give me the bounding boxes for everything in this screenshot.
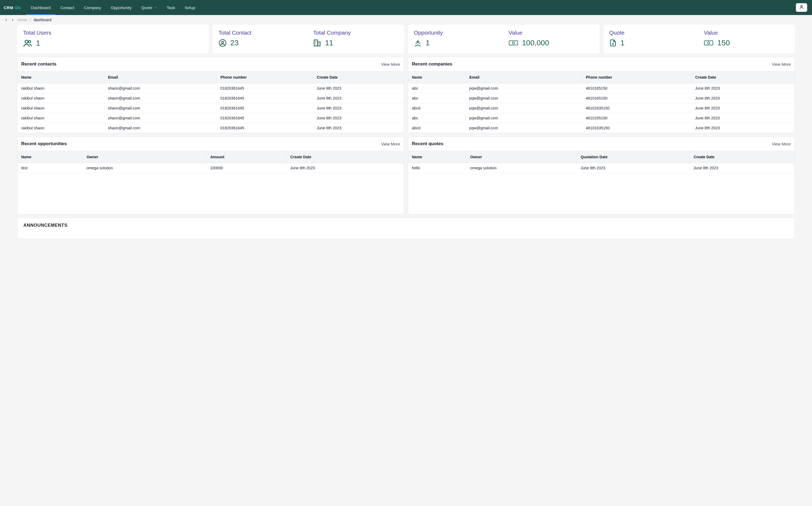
- cell-date: June 8th 2023: [691, 103, 795, 113]
- kpi-users-value: 1: [36, 39, 40, 48]
- cell-name: abc: [408, 83, 466, 93]
- svg-point-1: [25, 40, 28, 43]
- cell-phone: 01820361645: [217, 113, 313, 123]
- svg-point-2: [28, 40, 31, 43]
- kpi-company-label: Total Company: [313, 29, 398, 36]
- document-icon: [609, 39, 617, 47]
- col-email: Email: [466, 71, 582, 83]
- cell-name: rakibul shaon: [17, 93, 104, 103]
- recent-companies-card: Recent companies View More Name Email Ph…: [408, 57, 795, 133]
- kpi-opportunity-value: Opportunity 1 Value 100,000: [408, 25, 600, 54]
- cell-email: shaon@gmail.com: [104, 123, 217, 133]
- breadcrumb-current: dashboard: [33, 18, 51, 22]
- brand[interactable]: CRM OS: [4, 5, 21, 10]
- breadcrumb: Home / dashboard: [0, 15, 812, 25]
- nav-label: Dashboard: [31, 5, 51, 10]
- nav: Dashboard Contact Company Opportunity Qu…: [26, 0, 200, 15]
- table-row[interactable]: helloomega solutionJune 8th 2023June 8th…: [408, 163, 795, 173]
- cell-date: June 8th 2023: [691, 83, 795, 93]
- nav-dashboard[interactable]: Dashboard: [26, 0, 55, 15]
- kpi-users-label: Total Users: [23, 29, 203, 36]
- table-row[interactable]: abcpqw@gmail.com4810165150June 8th 2023: [408, 83, 795, 93]
- back-icon[interactable]: [4, 18, 8, 22]
- col-date: Create Date: [690, 151, 795, 163]
- cell-name: hello: [408, 163, 466, 173]
- recent-companies-title: Recent companies: [412, 62, 452, 67]
- cell-name: test: [17, 163, 83, 173]
- brand-os: OS: [15, 5, 21, 10]
- money-icon: [704, 40, 714, 46]
- table-row[interactable]: testomega solution100000June 8th 2023: [17, 163, 404, 173]
- table-row[interactable]: abcpqw@gmail.com4810165150June 8th 2023: [408, 93, 795, 103]
- nav-company[interactable]: Company: [79, 0, 106, 15]
- quotes-table: Name Owner Quotation Date Create Date he…: [408, 151, 795, 173]
- cell-phone: 01820361645: [217, 103, 313, 113]
- cell-name: abcd: [408, 103, 466, 113]
- svg-point-0: [801, 5, 802, 7]
- brand-crm: CRM: [4, 5, 13, 10]
- announcements-title: ANNOUNCEMENTS: [23, 223, 789, 228]
- user-menu-button[interactable]: [796, 3, 807, 12]
- breadcrumb-home[interactable]: Home: [17, 18, 27, 22]
- cell-date: June 8th 2023: [313, 123, 404, 133]
- table-row[interactable]: abcpqw@gmail.com4810165150June 8th 2023: [408, 113, 795, 123]
- nav-opportunity[interactable]: Opportunity: [106, 0, 137, 15]
- cell-name: rakibul shaon: [17, 103, 104, 113]
- cell-date: June 8th 2023: [690, 163, 795, 173]
- col-owner: Owner: [466, 151, 577, 163]
- table-row[interactable]: abcdpqw@gmail.com48101635150June 8th 202…: [408, 103, 795, 113]
- cell-email: pqw@gmail.com: [466, 83, 582, 93]
- companies-viewmore[interactable]: View More: [772, 62, 791, 67]
- cell-date: June 8th 2023: [691, 113, 795, 123]
- quotes-viewmore[interactable]: View More: [772, 142, 791, 146]
- companies-table: Name Email Phone number Create Date abcp…: [408, 71, 795, 133]
- cell-name: abcd: [408, 123, 466, 133]
- table-row[interactable]: rakibul shaonshaon@gmail.com01820361645J…: [17, 103, 404, 113]
- svg-rect-16: [704, 41, 713, 45]
- cell-name: abc: [408, 93, 466, 103]
- col-name: Name: [17, 71, 104, 83]
- kpi-company-value: 11: [325, 38, 333, 47]
- cell-amount: 100000: [206, 163, 286, 173]
- kpi-row: Total Users 1 Total Contact 23: [17, 25, 795, 54]
- cell-email: pqw@gmail.com: [466, 113, 582, 123]
- nav-task[interactable]: Task: [162, 0, 180, 15]
- table-row[interactable]: rakibul shaonshaon@gmail.com01820361645J…: [17, 123, 404, 133]
- nav-contact[interactable]: Contact: [56, 0, 79, 15]
- nav-label: Quote: [141, 5, 152, 10]
- svg-point-13: [512, 42, 514, 44]
- svg-point-17: [708, 42, 710, 44]
- table-row[interactable]: abcdpqw@gmail.com48101635150June 8th 202…: [408, 123, 795, 133]
- table-row[interactable]: rakibul shaonshaon@gmail.com01820361645J…: [17, 83, 404, 93]
- table-row[interactable]: rakibul shaonshaon@gmail.com01820361645J…: [17, 93, 404, 103]
- contacts-table: Name Email Phone number Create Date raki…: [17, 71, 404, 133]
- cell-phone: 48101635150: [582, 103, 691, 113]
- cell-owner: omega solution: [83, 163, 207, 173]
- opportunities-viewmore[interactable]: View More: [381, 142, 400, 146]
- recent-contacts-title: Recent contacts: [21, 62, 56, 67]
- nav-setup[interactable]: Setup: [180, 0, 200, 15]
- contacts-viewmore[interactable]: View More: [381, 62, 400, 67]
- kpi-opp-value: 1: [426, 38, 430, 47]
- kpi-contact-value: 23: [230, 38, 239, 47]
- table-row[interactable]: rakibul shaonshaon@gmail.com01820361645J…: [17, 113, 404, 123]
- forward-icon[interactable]: [11, 18, 14, 22]
- svg-point-4: [222, 41, 224, 44]
- nav-label: Company: [84, 5, 101, 10]
- cell-qdate: June 8th 2023: [577, 163, 690, 173]
- opportunities-table: Name Owner Amount Create Date testomega …: [17, 151, 404, 173]
- kpi-quote-label: Quote: [609, 29, 694, 36]
- col-owner: Owner: [83, 151, 207, 163]
- cell-date: June 8th 2023: [313, 93, 404, 103]
- cell-email: shaon@gmail.com: [104, 93, 217, 103]
- col-name: Name: [17, 151, 83, 163]
- kpi-contact-label: Total Contact: [219, 29, 304, 36]
- nav-quote[interactable]: Quote: [136, 0, 162, 15]
- cell-email: pqw@gmail.com: [466, 103, 582, 113]
- nav-label: Contact: [60, 5, 74, 10]
- growth-icon: [414, 39, 422, 47]
- cell-phone: 01820361645: [217, 123, 313, 133]
- kpi-quoteval-value: 150: [717, 38, 730, 47]
- recent-quotes-card: Recent quotes View More Name Owner Quota…: [408, 137, 795, 215]
- col-email: Email: [104, 71, 217, 83]
